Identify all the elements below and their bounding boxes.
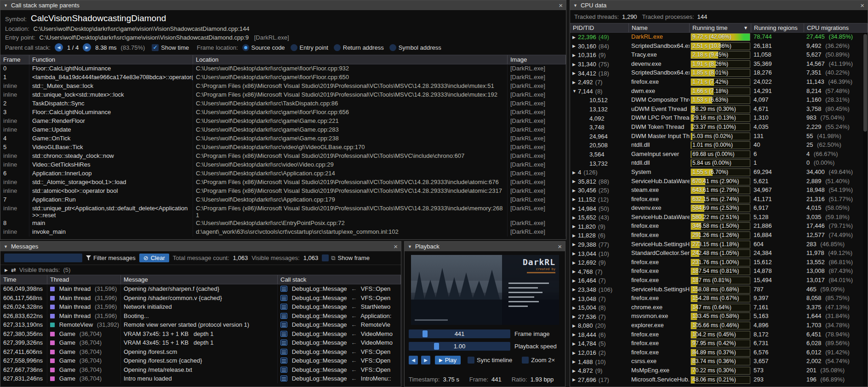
function-cell[interactable]: main bbox=[29, 219, 193, 228]
cpu-row[interactable]: ▶ 18,444 (6) firefox.exe 104.2 ms (0.45%… bbox=[570, 330, 868, 340]
col-thread[interactable]: Thread bbox=[47, 275, 121, 284]
expand-icon[interactable]: ▶ bbox=[572, 80, 578, 85]
function-cell[interactable]: std::_Atomic_storage<bool,1>::load bbox=[29, 178, 193, 187]
close-icon[interactable]: × bbox=[558, 243, 562, 250]
cpu-row[interactable]: ▶ 15,652 (43) ServiceHub.DataWarehou 580… bbox=[570, 213, 868, 222]
cpu-row[interactable]: 3,748 DWM Token Thread 23.37 ms (0.10%) … bbox=[570, 123, 868, 132]
col-frame[interactable]: Frame bbox=[0, 55, 29, 64]
callstack-titlebar[interactable]: ▼ Call stack sample parents × bbox=[0, 0, 566, 10]
callstack-frame-icon[interactable] bbox=[280, 304, 287, 310]
function-cell[interactable]: std::atomic<bool>::operator bool bbox=[29, 187, 193, 196]
cpu-row[interactable]: ▶ 14,784 (5) firefox.exe 97.95 ms (0.42%… bbox=[570, 339, 868, 348]
cpu-row[interactable]: 13,132 uDWM Event Thread 68.29 ms (0.30%… bbox=[570, 105, 868, 114]
expand-icon[interactable]: ▶ bbox=[572, 242, 578, 247]
cpu-row[interactable]: ▶ 16,464 (7) firefox.exe 187 ms (0.81%) … bbox=[570, 276, 868, 285]
expand-icon[interactable]: ▶ bbox=[572, 314, 578, 319]
cpu-row[interactable]: ▶ 11,820 (9) firefox.exe 346.58 ms (1.50… bbox=[570, 222, 868, 231]
cpu-row[interactable]: 10,512 DWM Compositor Threa 1.53 s (6.63… bbox=[570, 96, 868, 105]
callstack-row[interactable]: inline Game::Update C:\Users\wolf\Deskto… bbox=[0, 126, 566, 134]
expand-icon[interactable]: ▶ bbox=[572, 44, 578, 48]
expand-icon[interactable]: ▶ bbox=[572, 369, 578, 373]
cpu-titlebar[interactable]: ▼ CPU data × bbox=[570, 0, 868, 10]
location-cell[interactable]: C:\Users\wolf\Desktop\darkrl\src\TaskDis… bbox=[193, 99, 508, 108]
col-location[interactable]: Location bbox=[193, 55, 508, 64]
message-row[interactable]: 626,833,622ns Main thread (31,596) Booti… bbox=[0, 312, 401, 321]
function-cell[interactable]: Application::InnerLoop bbox=[29, 169, 193, 178]
cpu-row[interactable]: ▶ 2,492 (7) firefox.exe 1.71 s (7.42%) 2… bbox=[570, 78, 868, 87]
radio-icon[interactable] bbox=[242, 44, 249, 51]
message-row[interactable]: 626,024,328ns Main thread (31,596) Netwo… bbox=[0, 302, 401, 312]
sync-timeline-toggle[interactable]: ✓ Sync timeline bbox=[468, 357, 512, 364]
frame-location-radio[interactable]: Source code bbox=[242, 44, 285, 51]
expand-threads-icon[interactable]: ▶ bbox=[5, 268, 8, 272]
location-cell[interactable]: C:\Users\wolf\Desktop\darkrl\src\Applica… bbox=[193, 169, 508, 178]
col-function[interactable]: Function bbox=[29, 55, 193, 64]
location-cell[interactable]: C:\Users\wolf\Desktop\darkrl\src\game\Ga… bbox=[193, 134, 508, 143]
message-filter-input[interactable] bbox=[4, 254, 82, 262]
message-row[interactable]: 606,117,568ns Main thread (31,596) Openi… bbox=[0, 294, 401, 303]
col-time[interactable]: Time bbox=[0, 275, 47, 284]
expand-icon[interactable]: ▶ bbox=[572, 332, 578, 337]
callstack-row[interactable]: 1 <lambda_84a19dc444fae966ca174e83e708bd… bbox=[0, 73, 566, 82]
function-cell[interactable]: Game::RenderFloor bbox=[29, 117, 193, 126]
function-cell[interactable]: Game::OnTick bbox=[29, 134, 193, 143]
cpu-row[interactable]: ▶ 30,160 (84) ScriptedSandbox64.exe 2.51… bbox=[570, 42, 868, 51]
expand-icon[interactable]: ▶ bbox=[572, 341, 578, 346]
show-time-checkbox[interactable]: ✓ bbox=[152, 44, 159, 51]
location-cell[interactable]: C:\Program Files (x86)\Microsoft Visual … bbox=[193, 187, 508, 196]
close-icon[interactable]: × bbox=[394, 243, 398, 250]
function-cell[interactable]: std::unique_ptr<Application,std::default… bbox=[29, 204, 193, 219]
callstack-frame-icon[interactable] bbox=[280, 349, 287, 355]
location-cell[interactable]: C:\Users\wolf\Desktop\darkrl\src\game\fl… bbox=[193, 108, 508, 117]
cpu-row[interactable]: ▶ 31,340 (75) devenv.exe 1.91 s (8.26%) … bbox=[570, 60, 868, 69]
cpu-row[interactable]: 20,508 ntdll.dll 1.01 ms (0.00%) 40 25 (… bbox=[570, 141, 868, 150]
close-icon[interactable]: × bbox=[860, 2, 864, 9]
expand-icon[interactable]: ▶ bbox=[572, 179, 578, 184]
callstack-row[interactable]: 2 TaskDispatch::Sync C:\Users\wolf\Deskt… bbox=[0, 99, 566, 108]
location-cell[interactable]: C:\Program Files (x86)\Microsoft Visual … bbox=[193, 82, 508, 91]
cpu-row[interactable]: 13,732 ntdll.dll 5.84 us (0.00%) 1 0 (0.… bbox=[570, 159, 868, 168]
show-frame-checkbox[interactable]: ✓ bbox=[322, 254, 329, 261]
sync-timeline-checkbox[interactable]: ✓ bbox=[468, 357, 474, 364]
function-cell[interactable]: Game::Update bbox=[29, 126, 193, 134]
callstack-row[interactable]: inline std::unique_ptr<Application,std::… bbox=[0, 204, 566, 219]
messages-titlebar[interactable]: ▼ Messages × bbox=[0, 242, 401, 251]
cpu-row[interactable]: ▶ 13,048 (7) firefox.exe 154.28 ms (0.67… bbox=[570, 294, 868, 303]
cpu-row[interactable]: ▶ 8,080 (20) explorer.exe 105.66 ms (0.4… bbox=[570, 321, 868, 330]
callstack-frame-icon[interactable] bbox=[280, 358, 287, 364]
expand-icon[interactable]: ▶ bbox=[572, 170, 578, 175]
callstack-frame-icon[interactable] bbox=[280, 340, 287, 346]
location-cell[interactable]: C:\Users\wolf\Desktop\darkrl\src\Applica… bbox=[193, 196, 508, 204]
cpu-row[interactable]: ▶ 4,768 (7) firefox.exe 187.54 ms (0.81%… bbox=[570, 267, 868, 276]
location-cell[interactable]: C:\Program Files (x86)\Microsoft Visual … bbox=[193, 91, 508, 99]
callstack-row[interactable]: inline std::_Atomic_storage<bool,1>::loa… bbox=[0, 178, 566, 187]
col-cpu-migrations[interactable]: CPU migrations bbox=[804, 23, 868, 32]
callstack-frame-icon[interactable] bbox=[280, 375, 287, 381]
expand-icon[interactable]: ▶ bbox=[572, 269, 578, 274]
cpu-row[interactable]: ▶ 4,872 (9) MsMpEng.exe 70.22 ms (0.30%)… bbox=[570, 366, 868, 375]
radio-icon[interactable] bbox=[334, 44, 341, 51]
callstack-frame-icon[interactable] bbox=[280, 286, 287, 292]
frame-location-radio[interactable]: Return address bbox=[334, 44, 384, 51]
col-callstack[interactable]: Call stack bbox=[278, 275, 401, 284]
collapse-icon[interactable]: ▼ bbox=[408, 244, 412, 249]
message-row[interactable]: 627,831,246ns Game (36,704) Intro menu l… bbox=[0, 374, 401, 383]
location-cell[interactable]: C:\Program Files (x86)\Microsoft Visual … bbox=[193, 204, 508, 219]
cpu-row[interactable]: ▶ 11,152 (12) firefox.exe 632.15 ms (2.7… bbox=[570, 195, 868, 204]
expand-icon[interactable]: ▶ bbox=[572, 215, 578, 220]
callstack-row[interactable]: inline std::unique_lock<std::mutex>::loc… bbox=[0, 91, 566, 99]
function-cell[interactable]: std::_Mutex_base::lock bbox=[29, 82, 193, 91]
expand-icon[interactable]: ▶ bbox=[572, 233, 578, 238]
cpu-row[interactable]: ▶ 12,016 (2) firefox.exe 84.89 ms (0.37%… bbox=[570, 348, 868, 358]
location-cell[interactable]: d:\agent\_work\63\s\src\vctools\crt\vcst… bbox=[193, 228, 508, 237]
function-cell[interactable]: std::unique_lock<std::mutex>::lock bbox=[29, 91, 193, 99]
cpu-row[interactable]: ▶ 15,004 (8) chrome.exe 147 ms (0.64%) 7… bbox=[570, 303, 868, 312]
callstack-row[interactable]: inline invoke_main d:\agent\_work\63\s\s… bbox=[0, 228, 566, 237]
frame-location-radio[interactable]: Entry point bbox=[291, 44, 328, 51]
next-callstack-button[interactable]: ▶ bbox=[83, 43, 91, 52]
cpu-row[interactable]: ▶ 22,396 (49) DarkRL.exe 9.72 s (42.06%)… bbox=[570, 33, 868, 42]
col-image[interactable]: Image bbox=[508, 55, 566, 64]
cpu-row[interactable]: ▶ 34,412 (18) ScriptedSandbox64.exe 1.85… bbox=[570, 69, 868, 78]
play-button[interactable]: ▶ Play bbox=[435, 356, 461, 364]
location-cell[interactable]: C:\Program Files (x86)\Microsoft Visual … bbox=[193, 152, 508, 161]
